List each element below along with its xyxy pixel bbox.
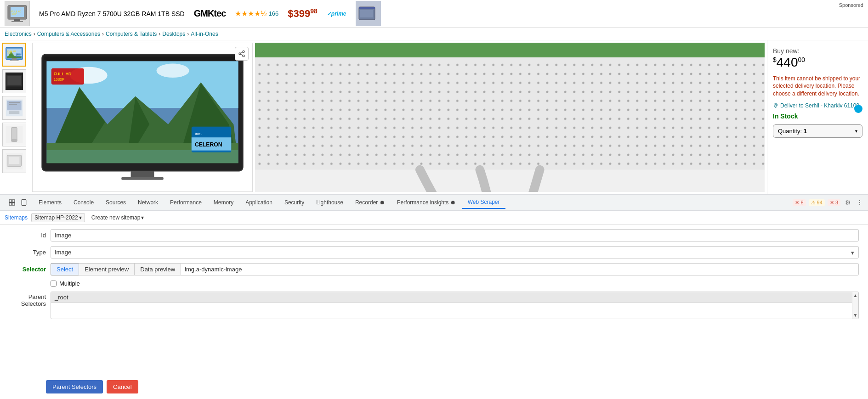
svg-rect-22 xyxy=(7,76,21,85)
thumbnail-1[interactable]: FULL HD 1080P Celeron xyxy=(2,43,26,67)
breadcrumb-sep-3: › xyxy=(159,31,160,37)
thumbnail-5[interactable] xyxy=(2,149,26,173)
svg-rect-2 xyxy=(14,19,20,21)
product-thumbnail: FULL HD 1080P xyxy=(5,1,30,26)
svg-point-36 xyxy=(243,55,244,57)
price-main: 399 xyxy=(294,8,311,19)
delivery-location[interactable]: Deliver to Serhii - Kharkiv 61109 xyxy=(773,102,862,109)
type-row: Type Image Text Link Table xyxy=(9,246,859,259)
svg-point-30 xyxy=(11,139,17,141)
select-button[interactable]: Select xyxy=(51,263,79,275)
sitemap-dropdown-arrow: ▾ xyxy=(79,214,82,221)
prime-badge: ✓prime xyxy=(327,11,346,17)
id-input[interactable] xyxy=(51,229,859,242)
scroll-down-arrow[interactable]: ▼ xyxy=(852,312,859,319)
svg-point-50 xyxy=(157,64,189,78)
svg-rect-15 xyxy=(10,60,18,61)
tab-security[interactable]: Security xyxy=(279,197,310,208)
breadcrumb-electronics[interactable]: Electronics xyxy=(5,31,32,37)
settings-icon[interactable]: ⚙ xyxy=(843,198,852,207)
data-preview-button[interactable]: Data preview xyxy=(134,263,181,275)
svg-rect-40 xyxy=(44,56,240,60)
stars-area: ★★★★½ 166 xyxy=(235,9,278,18)
svg-rect-65 xyxy=(9,200,11,202)
svg-line-37 xyxy=(241,54,243,56)
device-icon[interactable] xyxy=(19,198,28,207)
scraper-panel: Id Type Image Text Link Table Selector S… xyxy=(0,225,868,399)
inspect-icon[interactable] xyxy=(7,198,17,207)
tab-console[interactable]: Console xyxy=(68,197,99,208)
svg-rect-8 xyxy=(360,10,373,17)
breadcrumb-sep-4: › xyxy=(187,31,189,37)
svg-text:FULL HD: FULL HD xyxy=(7,50,16,52)
svg-point-34 xyxy=(243,51,244,52)
sitemap-dropdown[interactable]: Sitemap HP-2022 ▾ xyxy=(31,213,85,222)
selector-input[interactable] xyxy=(181,263,859,275)
svg-rect-24 xyxy=(7,101,21,110)
price-main-value: 440 xyxy=(777,55,798,69)
buy-box: Buy new: $44000 This item cannot be ship… xyxy=(767,40,868,194)
create-sitemap-label: Create new sitemap xyxy=(91,214,141,221)
parent-selectors-label: Parent Selectors xyxy=(9,292,46,307)
element-preview-button[interactable]: Element preview xyxy=(79,263,134,275)
sitemaps-bar: Sitemaps Sitemap HP-2022 ▾ Create new si… xyxy=(0,211,868,225)
quantity-value: 1 xyxy=(804,128,807,135)
tab-web-scraper[interactable]: Web Scraper xyxy=(462,196,505,209)
breadcrumb-desktops[interactable]: Desktops xyxy=(162,31,185,37)
price-dollar: $ xyxy=(288,8,293,19)
multiple-checkbox[interactable] xyxy=(51,281,57,287)
thumbnail-2[interactable] xyxy=(2,69,26,93)
svg-rect-69 xyxy=(22,199,26,205)
tab-recorder[interactable]: Recorder ⏺ xyxy=(350,197,391,208)
tab-lighthouse[interactable]: Lighthouse xyxy=(311,197,349,208)
thumbnail-sidebar: FULL HD 1080P Celeron xyxy=(0,40,30,194)
id-label: Id xyxy=(9,232,46,239)
tab-application[interactable]: Application xyxy=(240,197,278,208)
svg-text:intel.: intel. xyxy=(195,132,202,136)
parent-item-root[interactable]: _root xyxy=(51,292,858,303)
parent-scrollbar[interactable]: ▲ ▼ xyxy=(852,292,858,319)
tab-elements[interactable]: Elements xyxy=(33,197,67,208)
share-icon[interactable] xyxy=(235,47,249,61)
deliver-to-text: Deliver to Serhii - Kharkiv 61109 xyxy=(780,102,859,109)
parent-selectors-list[interactable]: _root ▲ ▼ xyxy=(51,292,859,319)
buy-radio[interactable] xyxy=(854,105,862,113)
main-product-image: FULL HD 1080P intel. CELERON xyxy=(32,43,253,192)
sponsored-product: FULL HD 1080P M5 Pro AMD Ryzen 7 5700U 3… xyxy=(5,1,863,26)
type-select-wrapper: Image Text Link Table xyxy=(51,246,859,259)
zoom-panel xyxy=(255,43,765,192)
error-badge: ✕ 8 xyxy=(793,199,806,206)
tab-performance-insights[interactable]: Performance insights ⏺ xyxy=(391,197,461,208)
svg-rect-51 xyxy=(51,68,84,85)
type-select[interactable]: Image Text Link Table xyxy=(51,246,859,259)
breadcrumb: Electronics › Computers & Accessories › … xyxy=(0,28,868,40)
breadcrumb-all-in-ones[interactable]: All-in-Ones xyxy=(191,31,218,37)
scroll-up-arrow[interactable]: ▲ xyxy=(852,292,859,299)
svg-rect-60 xyxy=(255,43,765,57)
tab-performance[interactable]: Performance xyxy=(165,197,207,208)
quantity-selector[interactable]: Quantity: 1 ▾ xyxy=(773,124,862,138)
more-options-icon[interactable]: ⋮ xyxy=(855,198,864,207)
breadcrumb-sep-2: › xyxy=(102,31,104,37)
tab-sources[interactable]: Sources xyxy=(100,197,131,208)
review-count[interactable]: 166 xyxy=(269,10,279,17)
cancel-button[interactable]: Cancel xyxy=(107,380,138,393)
devtools-left-icons xyxy=(4,198,32,207)
breadcrumb-computers-accessories[interactable]: Computers & Accessories xyxy=(37,31,100,37)
devtools-toolbar: Elements Console Sources Network Perform… xyxy=(0,194,868,211)
thumbnail-4[interactable] xyxy=(2,123,26,146)
create-sitemap-button[interactable]: Create new sitemap ▾ xyxy=(89,214,147,222)
svg-point-64 xyxy=(775,104,777,106)
tab-memory[interactable]: Memory xyxy=(208,197,239,208)
devtools-status-icons: ✕ 8 ⚠ 94 ✕ 3 ⚙ ⋮ xyxy=(793,198,864,207)
svg-rect-14 xyxy=(12,58,17,60)
breadcrumb-computers-tablets[interactable]: Computers & Tablets xyxy=(106,31,157,37)
tab-network[interactable]: Network xyxy=(132,197,164,208)
svg-text:1080P: 1080P xyxy=(7,52,12,54)
thumbnail-3[interactable] xyxy=(2,96,26,120)
sitemaps-link[interactable]: Sitemaps xyxy=(5,214,28,221)
svg-rect-67 xyxy=(12,203,15,205)
parent-selectors-button[interactable]: Parent Selectors xyxy=(46,380,103,393)
info-badge: ✕ 3 xyxy=(828,199,840,206)
breadcrumb-sep-1: › xyxy=(34,31,35,37)
